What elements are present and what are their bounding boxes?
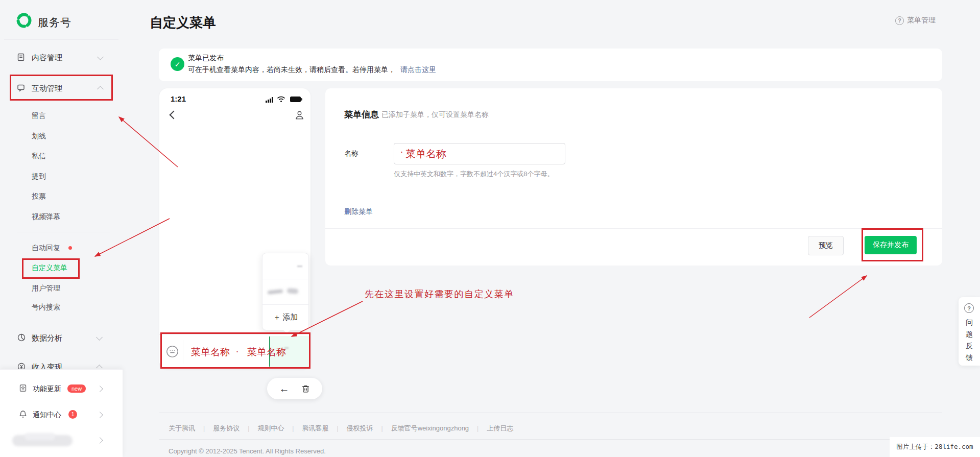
chevron-right-icon (97, 437, 103, 444)
sidebar-item-notify-center[interactable]: 通知中心 1 (0, 407, 123, 422)
menu-info-card: 菜单信息 已添加子菜单，仅可设置菜单名称 名称 · 菜单名称 仅支持中英文和数字… (325, 88, 942, 266)
book-star-icon (18, 383, 28, 393)
submenu-popup: ＋ 添加 (262, 253, 309, 330)
custom-menu-page: 服务号 内容管理 互动管理 留言 划线 私信 提 (0, 0, 980, 457)
footer-divider-top (159, 412, 942, 413)
sidebar-item-account[interactable] (0, 432, 123, 449)
sidebar-item-custom-menu[interactable]: 自定义菜单 (32, 263, 67, 273)
battery-icon (290, 97, 302, 102)
auto-reply-red-dot (68, 246, 72, 250)
banner-body: 可在手机查看菜单内容，若尚未生效，请稍后查看。若停用菜单， 请点击这里 (188, 65, 436, 75)
menu-mgmt-help[interactable]: ? 菜单管理 (895, 16, 936, 25)
trash-icon[interactable] (301, 384, 310, 394)
footer-separator: | (203, 425, 205, 432)
sidebar-item-liuyan[interactable]: 留言 (32, 111, 46, 121)
brand-name: 服务号 (38, 15, 71, 30)
footer-separator: | (337, 425, 338, 432)
banner-disable-link[interactable]: 请点击这里 (400, 65, 436, 74)
sidebar-item-feature-update[interactable]: 功能更新 new (0, 381, 123, 396)
menu-name-1[interactable]: 菜单名称 (184, 346, 237, 359)
chevron-up-icon (97, 86, 104, 92)
new-badge: new (67, 384, 86, 393)
sidebar-item-tidao[interactable]: 提到 (32, 172, 46, 181)
sidebar-bottom-panel: 功能更新 new 通知中心 1 (0, 369, 123, 457)
keyboard-circle-icon[interactable] (165, 345, 179, 358)
footer-link-upload-log[interactable]: 上传日志 (487, 424, 513, 433)
banner-body-text: 可在手机查看菜单内容，若尚未生效，请稍后查看。若停用菜单， (188, 65, 395, 74)
notify-badge: 1 (68, 410, 77, 419)
sidebar: 服务号 内容管理 互动管理 留言 划线 私信 提 (0, 0, 123, 457)
back-chevron-icon[interactable] (170, 111, 178, 119)
back-arrow-icon[interactable]: ← (279, 383, 290, 395)
submenu-add-button[interactable]: ＋ 添加 (262, 304, 308, 330)
footer-link-support[interactable]: 腾讯客服 (302, 424, 328, 433)
banner-title: 菜单已发布 (188, 54, 224, 63)
name-label: 名称 (344, 149, 358, 158)
watermark-text: 图片上传于：28life.com (896, 443, 973, 451)
footer-separator: | (381, 425, 383, 432)
card-footer-divider (325, 228, 942, 229)
save-publish-button[interactable]: 保存并发布 (865, 236, 917, 254)
footer-separator: | (292, 425, 294, 432)
footer-link-report[interactable]: 侵权投诉 (347, 424, 373, 433)
check-circle-icon: ✓ (171, 57, 184, 71)
feedback-label: 问题反馈 (959, 317, 980, 364)
section-hint: 已添加子菜单，仅可设置菜单名称 (381, 110, 489, 119)
menu-bar-divider (183, 340, 183, 364)
menu-name-2[interactable]: 菜单名称 (241, 346, 292, 359)
chevron-down-icon (97, 54, 104, 60)
sidebar-item-shipindanmu[interactable]: 视频弹幕 (32, 212, 60, 222)
sidebar-divider-mid (17, 232, 110, 232)
bell-icon (18, 410, 28, 419)
footer-link-rules[interactable]: 规则中心 (257, 424, 284, 433)
wifi-icon (277, 96, 285, 103)
phone-time: 1:21 (171, 94, 186, 103)
menu-name-input[interactable]: · 菜单名称 (394, 143, 565, 164)
feedback-widget[interactable]: ? 问题反馈 (959, 297, 980, 366)
footer-link-about[interactable]: 关于腾讯 (169, 424, 195, 433)
footer-copyright: Copyright © 2012-2025 Tencent. All Right… (169, 447, 326, 455)
middot-mark: · (236, 347, 238, 357)
censored-scribble (268, 289, 283, 294)
contact-person-icon[interactable] (294, 110, 305, 121)
sidebar-item-account-search[interactable]: 号内搜索 (32, 303, 60, 312)
sidebar-group-content-label: 内容管理 (32, 53, 62, 63)
submenu-slot-2[interactable] (262, 279, 308, 305)
delete-menu-link[interactable]: 删除菜单 (344, 207, 373, 217)
sidebar-item-toupiao[interactable]: 投票 (32, 192, 46, 201)
page-title: 自定义菜单 (150, 14, 216, 32)
footer-separator: | (477, 425, 479, 432)
footer-link-feedback[interactable]: 反馈官号weixingongzhong (391, 424, 469, 433)
footer-divider-bottom (159, 439, 942, 440)
input-helper: 仅支持中英文和数字，字数不超过4个汉字或8个字母。 (394, 170, 554, 179)
brand-logo-icon (15, 12, 33, 29)
feature-update-label: 功能更新 (33, 384, 61, 394)
sidebar-item-user-mgmt[interactable]: 用户管理 (32, 284, 60, 293)
question-circle-icon: ? (895, 16, 904, 25)
sidebar-item-auto-reply[interactable]: 自动回复 (32, 244, 60, 253)
section-title: 菜单信息 (344, 109, 379, 121)
sidebar-group-interact[interactable]: 互动管理 (0, 80, 123, 97)
submenu-add-label: 添加 (283, 312, 298, 322)
chevron-down-icon (96, 334, 103, 341)
phone-menu-bar: 菜单名称 · 菜单名称 (159, 334, 310, 369)
sidebar-group-content[interactable]: 内容管理 (0, 49, 123, 66)
watermark-badge: 图片上传于：28life.com (890, 437, 980, 457)
plus-icon: ＋ (273, 312, 281, 322)
pie-chart-icon (17, 333, 26, 342)
menu-edit-pill: ← (267, 378, 322, 399)
sidebar-item-huaxian[interactable]: 划线 (32, 132, 46, 141)
submenu-slot-1[interactable] (262, 253, 308, 279)
chat-bubble-icon (16, 83, 26, 92)
preview-button[interactable]: 预览 (808, 236, 844, 255)
censored-account-blob (25, 433, 55, 440)
sidebar-group-data[interactable]: 数据分析 (0, 329, 123, 347)
publish-banner: ✓ 菜单已发布 可在手机查看菜单内容，若尚未生效，请稍后查看。若停用菜单， 请点… (159, 49, 942, 81)
sidebar-divider-top (4, 39, 118, 40)
menu-name-input-value: 菜单名称 (405, 147, 446, 161)
footer-link-terms[interactable]: 服务协议 (213, 424, 240, 433)
annotation-tip-text: 先在这里设置好需要的自定义菜单 (365, 288, 514, 300)
notify-center-label: 通知中心 (33, 411, 61, 420)
censored-scribble (287, 288, 299, 294)
sidebar-item-sixin[interactable]: 私信 (32, 152, 46, 161)
